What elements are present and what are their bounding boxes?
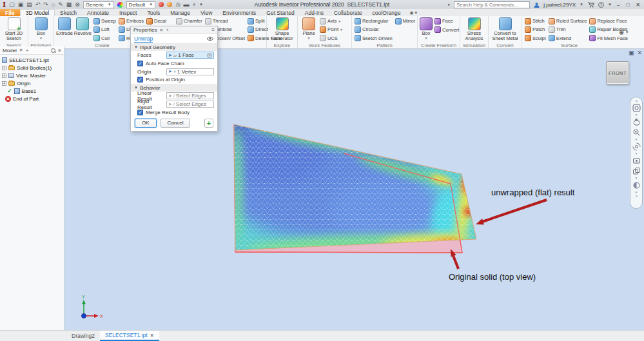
start-2d-sketch-button[interactable]: Start 2D Sketch [2,17,26,43]
image-icon[interactable]: ▦ [66,1,72,8]
tab-inspect[interactable]: Inspect [114,9,142,16]
browser-close-icon[interactable]: ✕ [19,48,23,53]
section-input-geometry[interactable]: ▼ Input Geometry [131,43,217,51]
doc-tab-drawing2[interactable]: Drawing2 [66,331,100,341]
undo-icon[interactable]: ↶ [35,1,41,8]
mirror-button[interactable]: Mirror [395,17,416,26]
document-close-icon[interactable]: ✕ [637,50,642,56]
unwrapped-mesh[interactable] [219,118,477,255]
user-name[interactable]: j.palmeL29YX [543,2,576,8]
rectangular-pattern-button[interactable]: Rectangular [354,17,393,25]
ruled-surface-button[interactable]: Ruled Surface [548,17,588,25]
redo-icon[interactable]: ↷ [43,1,48,8]
extend-button[interactable]: Extend [548,34,588,43]
cancel-button[interactable]: Cancel [161,119,191,128]
plane-dropdown-caret[interactable]: ▼ [307,37,311,39]
tab-coolorange[interactable]: coolOrange [367,9,406,16]
auto-face-chain-row[interactable]: ✓ Auto Face Chain [131,59,217,68]
tab-tools[interactable]: Tools [142,9,165,16]
repair-bodies-button[interactable]: Repair Bodies [589,25,629,34]
shape-generator-button[interactable]: Shape Generator [269,17,295,43]
close-button[interactable]: ✕ [634,2,641,8]
ok-button[interactable]: OK [135,119,157,128]
tab-annotate[interactable]: Annotate [82,9,114,16]
visual-style-icon[interactable] [632,167,641,175]
appearance-caret[interactable]: ▼ [635,191,638,193]
plus-icon[interactable]: + [193,1,196,8]
search-expand-icon[interactable]: ▸ [448,1,450,8]
browser-search-icon[interactable] [51,48,55,53]
tab-file[interactable]: File [0,9,20,16]
sweep-button[interactable]: Sweep [93,17,117,25]
trim-button[interactable]: Trim [548,25,588,34]
preview-eye-icon[interactable] [206,36,214,41]
coil-button[interactable]: Coil [93,34,117,43]
tab-collaborate[interactable]: Collaborate [329,9,367,16]
sketch-driven-button[interactable]: Sketch Driven [354,34,393,43]
parameters-icon[interactable]: fx [175,2,180,8]
doc-tab-close-icon[interactable]: ✕ [150,333,154,338]
qat-customize-icon[interactable]: ▼ [199,1,203,8]
tab-add-ins[interactable]: Add-Ins [300,9,329,16]
home-icon[interactable]: ⌂ [52,1,55,8]
point-dropdown-caret[interactable]: ▼ [340,28,343,31]
tab-3d-model[interactable]: 3D Model [20,9,55,16]
checkbox-checked-icon[interactable]: ✓ [137,110,143,115]
fit-mesh-face-button[interactable]: Fit Mesh Face [589,34,629,43]
tab-sketch[interactable]: Sketch [55,9,82,16]
user-menu-caret[interactable]: ▼ [580,1,583,8]
document-restore-icon[interactable]: ▣ [629,50,634,56]
app-store-cart-icon[interactable] [587,2,594,8]
color-wheel-icon[interactable] [117,2,123,8]
help-caret[interactable]: ▼ [608,1,612,8]
tree-item-base1[interactable]: ✓ Base1 [2,87,64,95]
wheel-caret[interactable]: ▼ [635,114,638,116]
rigid-result-field[interactable]: ➤ / Select Edges [166,101,214,108]
expander-icon[interactable]: + [2,66,6,70]
extrude-button[interactable]: Extrude [56,17,73,43]
tree-item-origin[interactable]: + Origin [2,79,64,87]
plane-button[interactable]: Plane ▼ [300,17,318,43]
checkbox-checked-icon[interactable]: ✓ [137,61,143,66]
advanced-settings-plus-icon[interactable]: + [204,119,213,128]
thread-button[interactable]: Thread [204,17,246,25]
box-primitive-button[interactable]: Box ▼ [30,17,52,43]
help-search-input[interactable]: Search Help & Commands... [454,1,530,8]
sculpt-button[interactable]: Sculpt [524,34,547,43]
checkbox-checked-icon[interactable]: ✓ [137,77,143,83]
tab-get-started[interactable]: Get Started [261,9,299,16]
axis-dropdown-caret[interactable]: ▼ [338,20,341,23]
navbar-customize[interactable] [636,195,638,197]
ucs-button[interactable]: UCS [319,34,344,43]
expander-icon[interactable]: + [2,73,6,78]
tree-item-end-of-part[interactable]: ✕ End of Part [2,95,64,102]
stress-analysis-button[interactable]: Stress Analysis [462,17,486,43]
freeform-face-button[interactable]: Face [434,17,460,26]
browser-tab-model[interactable]: Model [3,48,17,54]
zoom-icon[interactable] [632,128,641,137]
look-at-icon[interactable] [632,157,641,165]
help-icon[interactable]: ? [598,2,604,8]
tab-view[interactable]: View [195,9,217,16]
expander-icon[interactable]: + [2,81,6,86]
revolve-button[interactable]: Revolve [74,17,92,43]
position-at-origin-row[interactable]: ✓ Position at Origin [131,76,217,84]
replace-face-button[interactable]: Replace Face [589,17,629,25]
freeform-convert-button[interactable]: Convert [434,26,460,35]
ribbon-display-options-icon[interactable]: ◉ ▾ [410,9,418,16]
browser-add-icon[interactable]: + [26,48,29,54]
tree-item-root[interactable]: SELECTSET1.ipt [2,56,64,64]
orbit-caret[interactable]: ▼ [635,153,638,155]
patch-button[interactable]: Patch [524,25,547,34]
origin-selection-field[interactable]: ➤ + 1 Vertex [166,68,214,75]
appearance-dropdown[interactable]: Default▼ [126,1,155,8]
chamfer-button[interactable]: Chamfer [175,17,203,26]
tab-environments[interactable]: Environments [217,9,261,16]
viewcube[interactable]: FRONT [606,61,629,84]
save-icon[interactable]: ▤ [26,1,32,8]
new-file-icon[interactable]: ▢ [9,1,15,8]
axis-button[interactable]: Axis ▼ [319,17,344,25]
orbit-icon[interactable] [632,142,641,151]
doc-tab-selectset1[interactable]: SELECTSET1.ipt ✕ [100,331,159,341]
properties-close-icon[interactable]: ✕ [159,28,163,33]
